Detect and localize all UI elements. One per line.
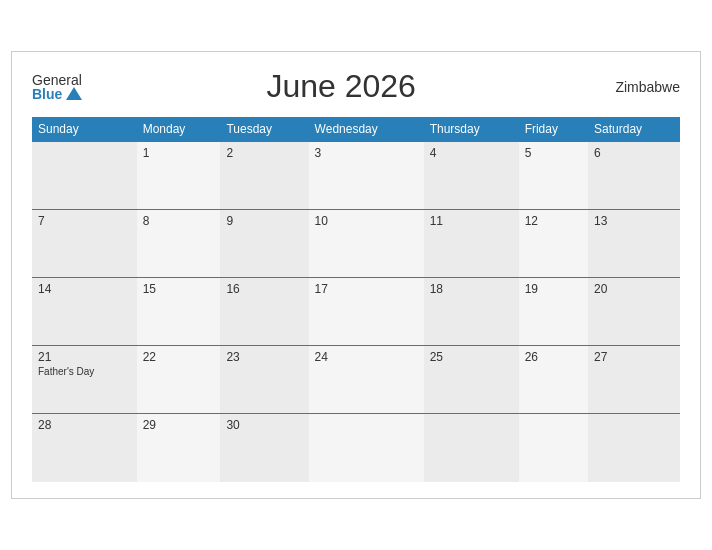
calendar-cell: 25 <box>424 346 519 414</box>
calendar-title: June 2026 <box>82 68 600 105</box>
calendar: General Blue June 2026 Zimbabwe SundayMo… <box>11 51 701 499</box>
calendar-cell <box>32 142 137 210</box>
date-number: 3 <box>315 146 418 160</box>
weekday-header-tuesday: Tuesday <box>220 117 308 142</box>
calendar-week-3: 21Father's Day222324252627 <box>32 346 680 414</box>
calendar-cell <box>424 414 519 482</box>
date-number: 26 <box>525 350 582 364</box>
calendar-cell: 7 <box>32 210 137 278</box>
date-number: 23 <box>226 350 302 364</box>
date-number: 28 <box>38 418 131 432</box>
calendar-cell: 30 <box>220 414 308 482</box>
date-number: 2 <box>226 146 302 160</box>
calendar-cell: 6 <box>588 142 680 210</box>
date-number: 8 <box>143 214 215 228</box>
date-number: 27 <box>594 350 674 364</box>
date-number: 1 <box>143 146 215 160</box>
date-number: 20 <box>594 282 674 296</box>
calendar-cell: 11 <box>424 210 519 278</box>
weekday-header-friday: Friday <box>519 117 588 142</box>
date-number: 5 <box>525 146 582 160</box>
calendar-cell: 17 <box>309 278 424 346</box>
calendar-cell: 4 <box>424 142 519 210</box>
weekday-header-row: SundayMondayTuesdayWednesdayThursdayFrid… <box>32 117 680 142</box>
calendar-cell: 3 <box>309 142 424 210</box>
date-number: 19 <box>525 282 582 296</box>
calendar-cell: 2 <box>220 142 308 210</box>
calendar-country: Zimbabwe <box>600 79 680 95</box>
calendar-cell <box>588 414 680 482</box>
calendar-cell: 22 <box>137 346 221 414</box>
date-number: 25 <box>430 350 513 364</box>
calendar-cell: 12 <box>519 210 588 278</box>
date-number: 22 <box>143 350 215 364</box>
calendar-week-4: 282930 <box>32 414 680 482</box>
date-number: 16 <box>226 282 302 296</box>
weekday-header-thursday: Thursday <box>424 117 519 142</box>
calendar-cell <box>309 414 424 482</box>
date-number: 30 <box>226 418 302 432</box>
date-number: 21 <box>38 350 131 364</box>
calendar-cell: 10 <box>309 210 424 278</box>
date-number: 10 <box>315 214 418 228</box>
calendar-cell: 21Father's Day <box>32 346 137 414</box>
calendar-cell: 27 <box>588 346 680 414</box>
calendar-cell: 28 <box>32 414 137 482</box>
calendar-cell: 14 <box>32 278 137 346</box>
calendar-cell: 13 <box>588 210 680 278</box>
weekday-header-saturday: Saturday <box>588 117 680 142</box>
logo-blue-text: Blue <box>32 87 62 101</box>
calendar-cell: 29 <box>137 414 221 482</box>
calendar-cell: 8 <box>137 210 221 278</box>
date-number: 4 <box>430 146 513 160</box>
date-number: 9 <box>226 214 302 228</box>
date-number: 7 <box>38 214 131 228</box>
weekday-header-wednesday: Wednesday <box>309 117 424 142</box>
calendar-cell: 15 <box>137 278 221 346</box>
calendar-cell <box>519 414 588 482</box>
weekday-header-sunday: Sunday <box>32 117 137 142</box>
calendar-cell: 5 <box>519 142 588 210</box>
date-number: 29 <box>143 418 215 432</box>
holiday-label: Father's Day <box>38 366 131 377</box>
date-number: 6 <box>594 146 674 160</box>
date-number: 11 <box>430 214 513 228</box>
calendar-cell: 1 <box>137 142 221 210</box>
date-number: 12 <box>525 214 582 228</box>
calendar-week-2: 14151617181920 <box>32 278 680 346</box>
calendar-cell: 23 <box>220 346 308 414</box>
calendar-header: General Blue June 2026 Zimbabwe <box>32 68 680 105</box>
logo: General Blue <box>32 73 82 101</box>
calendar-cell: 20 <box>588 278 680 346</box>
date-number: 15 <box>143 282 215 296</box>
logo-general-text: General <box>32 73 82 87</box>
calendar-cell: 9 <box>220 210 308 278</box>
date-number: 14 <box>38 282 131 296</box>
calendar-cell: 18 <box>424 278 519 346</box>
calendar-cell: 19 <box>519 278 588 346</box>
calendar-week-0: 123456 <box>32 142 680 210</box>
date-number: 18 <box>430 282 513 296</box>
calendar-table: SundayMondayTuesdayWednesdayThursdayFrid… <box>32 117 680 482</box>
calendar-cell: 24 <box>309 346 424 414</box>
logo-triangle-icon <box>66 87 82 100</box>
calendar-cell: 16 <box>220 278 308 346</box>
weekday-header-monday: Monday <box>137 117 221 142</box>
calendar-week-1: 78910111213 <box>32 210 680 278</box>
calendar-cell: 26 <box>519 346 588 414</box>
date-number: 17 <box>315 282 418 296</box>
date-number: 13 <box>594 214 674 228</box>
date-number: 24 <box>315 350 418 364</box>
